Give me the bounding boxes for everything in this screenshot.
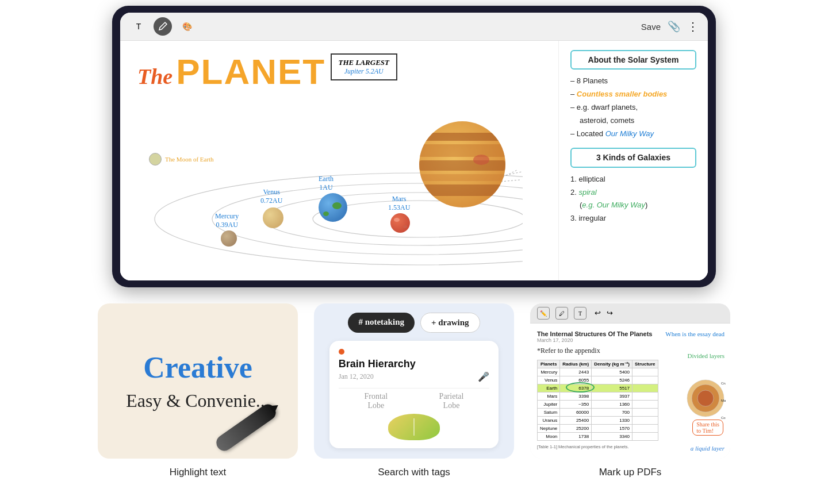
pdf-pencil-icon[interactable]: ✏️ xyxy=(537,307,550,320)
notes-section: About the Solar System – 8 Planets – Cou… xyxy=(558,41,708,280)
mercury-planet xyxy=(221,230,237,247)
tablet-screen: T 🎨 Save 📎 ⋮ The PLANE xyxy=(120,13,708,280)
largest-title: THE LARGEST xyxy=(339,58,390,67)
table-row-moon: Moon17383340 xyxy=(538,433,658,441)
title-the: The xyxy=(137,64,172,89)
largest-subtitle: Jupiter 5.2AU xyxy=(339,67,390,76)
note-dot xyxy=(339,349,344,355)
earth-container: Earth1AU xyxy=(319,193,347,222)
earth-label: Earth1AU xyxy=(319,175,334,192)
save-button[interactable]: Save xyxy=(641,22,661,32)
creative-text: Creative xyxy=(143,351,252,384)
frontal-lobe-label: Frontal Lobe xyxy=(365,392,388,410)
note-milky-way: Our Milky Way xyxy=(605,129,654,138)
planet-diagram: Crust Mantle Core xyxy=(685,358,726,438)
galaxies-box: 3 Kinds of Galaxies xyxy=(570,148,696,167)
canvas-area: The PLANET THE LARGEST Jupiter 5.2AU xyxy=(120,41,708,280)
venus-planet xyxy=(263,207,283,228)
pdf-undo-icon[interactable]: ↩ xyxy=(595,309,601,318)
solar-system-box: About the Solar System xyxy=(570,50,696,70)
palette-tool-button[interactable]: 🎨 xyxy=(178,17,196,36)
feature-highlight-card: Creative Easy & Convenie... Highlight te… xyxy=(98,303,298,478)
feature-cards-section: Creative Easy & Convenie... Highlight te… xyxy=(98,303,730,478)
easy-text: Easy & Convenie... xyxy=(126,390,270,411)
tag-row: # notetaking + drawing xyxy=(348,313,480,333)
moon-circle xyxy=(149,153,162,166)
solar-points: – 8 Planets – Countless smaller bodies –… xyxy=(570,75,696,140)
galaxy-irregular: 3. irregular xyxy=(570,213,696,225)
earth-continent2 xyxy=(323,211,329,216)
stylus-tip xyxy=(269,401,281,413)
tablet-device: T 🎨 Save 📎 ⋮ The PLANE xyxy=(112,6,716,287)
mars-label: Mars1.53AU xyxy=(388,195,410,212)
attach-icon[interactable]: 📎 xyxy=(668,20,680,33)
note-asteroid: asteroid, comets xyxy=(570,115,696,127)
mars-container: Mars1.53AU xyxy=(390,213,410,233)
search-label: Search with tags xyxy=(378,467,450,478)
note-eg: – e.g. dwarf planets, xyxy=(570,102,696,114)
feature-pdf-card: ✏️ 🖊 T ↩ ↪ The Internal Structures Of Th… xyxy=(530,303,730,478)
pdf-toolbar: ✏️ 🖊 T ↩ ↪ xyxy=(530,303,730,324)
pdf-image: ✏️ 🖊 T ↩ ↪ The Internal Structures Of Th… xyxy=(530,303,730,459)
table-row-mercury: Mercury24435400 xyxy=(538,368,658,376)
largest-box: THE LARGEST Jupiter 5.2AU xyxy=(331,53,398,80)
app-toolbar: T 🎨 Save 📎 ⋮ xyxy=(120,13,708,41)
galaxy-eg-milky: (e.g. Our Milky Way) xyxy=(570,199,696,211)
toolbar-tools: T 🎨 xyxy=(129,17,196,36)
notetaking-tag[interactable]: # notetaking xyxy=(348,313,415,333)
galaxy-spiral: 2. spiral xyxy=(570,187,696,199)
planet-drawing-section: The PLANET THE LARGEST Jupiter 5.2AU xyxy=(120,41,558,280)
highlight-label: Highlight text xyxy=(170,467,226,478)
moon-label: The Moon of Earth xyxy=(149,153,214,166)
mercury-label: Mercury0.39AU xyxy=(215,212,239,229)
jupiter-container xyxy=(419,121,505,207)
brain-visual-container xyxy=(339,414,489,440)
brain-visual xyxy=(388,414,440,440)
col-radius: Radius (km) xyxy=(560,360,592,368)
table-row-neptune: Neptune252001570 xyxy=(538,425,658,433)
pen-tool-button[interactable] xyxy=(154,17,172,36)
note-card-date: Jan 12, 2020 🎤 xyxy=(339,371,489,382)
pdf-content: The Internal Structures Of The Planets M… xyxy=(530,324,730,459)
col-planets: Planets xyxy=(538,360,560,368)
highlight-image: Creative Easy & Convenie... xyxy=(98,303,298,459)
svg-text:Mantle: Mantle xyxy=(721,399,726,402)
svg-point-9 xyxy=(697,390,714,406)
toolbar-actions: Save 📎 ⋮ xyxy=(641,20,699,33)
earth-continent1 xyxy=(332,202,342,209)
pdf-marker-icon[interactable]: 🖊 xyxy=(555,307,568,320)
brain-divider xyxy=(413,418,415,436)
note-card-title: Brain Hierarchy xyxy=(339,358,489,370)
liquid-annotation: a liquid layer xyxy=(691,445,724,452)
text-tool-button[interactable]: T xyxy=(129,17,148,36)
pdf-label: Mark up PDFs xyxy=(599,467,662,478)
pdf-redo-icon[interactable]: ↪ xyxy=(607,309,613,318)
search-image: # notetaking + drawing Brain Hierarchy J… xyxy=(314,303,514,459)
table-row-mars: Mars33983937 xyxy=(538,393,658,401)
col-density: Density (kg m⁻³) xyxy=(592,360,632,368)
note-located: – Located Our Milky Way xyxy=(570,128,696,140)
galaxy-points: 1. elliptical 2. spiral (e.g. Our Milky … xyxy=(570,174,696,225)
svg-text:Crust: Crust xyxy=(721,382,726,385)
pdf-date: March 17, 2020 xyxy=(537,337,723,343)
note-lobes: Frontal Lobe Parietal Lobe xyxy=(339,388,489,410)
feature-search-card: # notetaking + drawing Brain Hierarchy J… xyxy=(314,303,514,478)
svg-text:Core: Core xyxy=(721,416,726,420)
venus-label: Venus0.72AU xyxy=(260,188,282,205)
pdf-when-label: When is the essay dead xyxy=(665,330,724,337)
pdf-data-table: Planets Radius (km) Density (kg m⁻³) Str… xyxy=(537,360,658,441)
pdf-text-icon[interactable]: T xyxy=(574,307,586,320)
more-icon[interactable]: ⋮ xyxy=(687,20,699,33)
planet-title: The PLANET xyxy=(137,51,325,92)
note-countless: – Countless smaller bodies xyxy=(570,89,696,101)
parietal-lobe-label: Parietal Lobe xyxy=(439,392,464,410)
title-planet: PLANET xyxy=(176,51,325,92)
mic-icon: 🎤 xyxy=(478,371,489,382)
jupiter-planet xyxy=(419,121,505,207)
table-row-venus: Venus60555246 xyxy=(538,376,658,384)
table-row-saturn: Saturn60000700 xyxy=(538,409,658,417)
earth-planet xyxy=(319,193,347,222)
drawing-tag[interactable]: + drawing xyxy=(420,313,480,333)
mars-planet xyxy=(390,213,410,233)
table-row-uranus: Uranus254001330 xyxy=(538,417,658,425)
